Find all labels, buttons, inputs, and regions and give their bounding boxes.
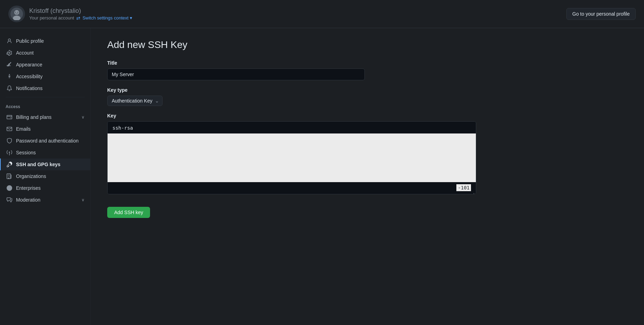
sidebar-label-notifications: Notifications xyxy=(16,86,85,91)
sidebar: Public profile Account Appearance Access… xyxy=(0,28,91,325)
username-text: Kristoff xyxy=(29,7,49,14)
svg-point-3 xyxy=(15,12,16,13)
sidebar-item-appearance[interactable]: Appearance xyxy=(0,59,90,71)
sidebar-label-emails: Emails xyxy=(16,126,85,132)
key-type-label: Key type xyxy=(107,87,627,93)
sidebar-label-password-auth: Password and authentication xyxy=(16,138,85,144)
key-end-text: -101 xyxy=(456,184,471,191)
sidebar-divider-1 xyxy=(6,97,85,97)
sidebar-item-billing[interactable]: Billing and plans ∨ xyxy=(0,111,90,123)
key-icon xyxy=(6,161,13,168)
sidebar-label-moderation: Moderation xyxy=(16,197,78,203)
key-bottom-bar: -101 ⌟ xyxy=(108,182,476,194)
sidebar-item-accessibility[interactable]: Accessibility xyxy=(0,71,90,82)
chevron-billing-icon: ∨ xyxy=(81,115,85,120)
broadcast-icon xyxy=(6,149,13,156)
switch-settings-link[interactable]: Switch settings context ▾ xyxy=(83,15,132,21)
add-ssh-key-button[interactable]: Add SSH key xyxy=(107,207,150,218)
sidebar-section-access: Access xyxy=(0,100,90,111)
main-content: Add new SSH Key Title Key type Authentic… xyxy=(91,28,644,325)
key-first-line: ssh-rsa xyxy=(108,122,476,133)
chevron-moderation-icon: ∨ xyxy=(81,197,85,202)
title-form-group: Title xyxy=(107,60,627,80)
personal-account-label: Your personal account xyxy=(29,15,74,21)
title-label: Title xyxy=(107,60,627,66)
bell-icon xyxy=(6,85,13,91)
key-type-select[interactable]: Authentication Key Signing Key xyxy=(107,96,163,106)
sidebar-item-moderation[interactable]: Moderation ∨ xyxy=(0,194,90,206)
sidebar-label-ssh-gpg: SSH and GPG keys xyxy=(16,162,85,167)
switch-icon: ⇄ xyxy=(76,15,80,21)
sidebar-item-public-profile[interactable]: Public profile xyxy=(0,35,90,47)
switch-label: Switch settings context xyxy=(83,15,128,21)
key-type-form-group: Key type Authentication Key Signing Key xyxy=(107,87,627,106)
paintbrush-icon xyxy=(6,62,13,68)
sidebar-item-emails[interactable]: Emails xyxy=(0,123,90,135)
handle-text: (chrystalio) xyxy=(50,7,81,14)
header-left: Kristoff (chrystalio) Your personal acco… xyxy=(8,6,132,22)
sidebar-label-organizations: Organizations xyxy=(16,173,85,179)
go-to-profile-button[interactable]: Go to your personal profile xyxy=(566,8,636,20)
header: Kristoff (chrystalio) Your personal acco… xyxy=(0,0,644,28)
sidebar-label-account: Account xyxy=(16,50,85,56)
sidebar-item-sessions[interactable]: Sessions xyxy=(0,147,90,159)
sidebar-label-sessions: Sessions xyxy=(16,150,85,155)
sidebar-item-enterprises[interactable]: Enterprises xyxy=(0,182,90,194)
gear-icon xyxy=(6,50,13,56)
building-icon xyxy=(6,173,13,179)
sidebar-item-notifications[interactable]: Notifications xyxy=(0,82,90,94)
sidebar-label-public-profile: Public profile xyxy=(16,38,85,44)
credit-card-icon xyxy=(6,114,13,120)
person-icon xyxy=(6,38,13,44)
accessibility-icon xyxy=(6,73,13,80)
avatar xyxy=(8,6,25,22)
key-label: Key xyxy=(107,113,627,119)
sidebar-item-organizations[interactable]: Organizations xyxy=(0,170,90,182)
mail-icon xyxy=(6,126,13,132)
header-user-info: Kristoff (chrystalio) Your personal acco… xyxy=(29,7,132,21)
svg-point-4 xyxy=(17,12,18,13)
key-form-group: Key ssh-rsa -101 ⌟ xyxy=(107,113,627,194)
sidebar-label-appearance: Appearance xyxy=(16,62,85,67)
globe-icon xyxy=(6,185,13,191)
comment-icon xyxy=(6,197,13,203)
sidebar-item-account[interactable]: Account xyxy=(0,47,90,59)
sidebar-label-billing: Billing and plans xyxy=(16,114,78,120)
sidebar-item-password-auth[interactable]: Password and authentication xyxy=(0,135,90,147)
chevron-down-icon: ▾ xyxy=(130,15,132,21)
key-selected-content xyxy=(108,133,476,182)
shield-icon xyxy=(6,138,13,144)
header-subtext: Your personal account ⇄ Switch settings … xyxy=(29,15,132,21)
key-type-select-wrapper: Authentication Key Signing Key xyxy=(107,96,163,106)
main-layout: Public profile Account Appearance Access… xyxy=(0,28,644,325)
title-input[interactable] xyxy=(107,68,365,80)
header-username: Kristoff (chrystalio) xyxy=(29,7,132,15)
resize-handle-icon[interactable]: ⌟ xyxy=(472,190,476,194)
page-title: Add new SSH Key xyxy=(107,39,627,50)
svg-point-1 xyxy=(14,10,19,15)
sidebar-item-ssh-gpg[interactable]: SSH and GPG keys xyxy=(0,159,90,170)
sidebar-label-enterprises: Enterprises xyxy=(16,185,85,191)
key-area: ssh-rsa -101 ⌟ xyxy=(107,121,476,194)
sidebar-label-accessibility: Accessibility xyxy=(16,74,85,79)
